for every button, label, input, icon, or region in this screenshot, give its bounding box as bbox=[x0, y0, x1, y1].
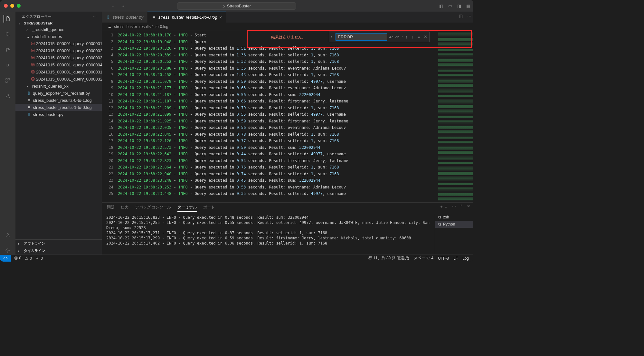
tree-item[interactable]: ⛁20241015_000001_query_0000004.sql bbox=[15, 61, 102, 68]
bottom-panel: 問題 出力 デバッグ コンソール ターミナル ポート ＋ ⌄ ⋯ ^ ✕ 202… bbox=[102, 202, 473, 255]
tree-item[interactable]: ⛁20241015_000001_query_0000003.sql bbox=[15, 54, 102, 61]
folder-header[interactable]: ⌄ STRESSBUSTER bbox=[15, 20, 102, 26]
panel-more-icon[interactable]: ⋯ bbox=[452, 204, 456, 209]
layout-secondary-icon[interactable]: ◨ bbox=[457, 4, 461, 8]
minimap[interactable] bbox=[438, 31, 473, 202]
tab-more-icon[interactable]: ⋯ bbox=[467, 14, 471, 18]
tab-label: stress_buster_results-1-to-0.log bbox=[158, 15, 217, 20]
status-eol[interactable]: LF bbox=[453, 256, 458, 261]
find-input[interactable] bbox=[336, 33, 387, 41]
find-expand-icon[interactable]: › bbox=[331, 34, 332, 39]
chevron-down-icon: ⌄ bbox=[18, 21, 23, 25]
regex-icon[interactable]: .* bbox=[401, 35, 403, 39]
tree-item[interactable]: 𓆙query_exporter_for_redshift.py bbox=[15, 90, 102, 97]
status-ports[interactable]: ᯤ 0 bbox=[36, 256, 43, 261]
status-position[interactable]: 行 11、列 89 (3 個選択) bbox=[368, 255, 409, 261]
svg-rect-5 bbox=[8, 79, 10, 80]
tree-item[interactable]: 𓆙stress_buster.py bbox=[15, 111, 102, 118]
tree-item[interactable]: ⛁20241015_000001_query_0000002.sql bbox=[15, 47, 102, 54]
terminal-icon: ⧉ bbox=[438, 222, 441, 226]
activity-scm-icon[interactable] bbox=[4, 46, 12, 53]
activity-explorer-icon[interactable] bbox=[4, 15, 11, 23]
command-center[interactable]: ⌕ StressBuster bbox=[177, 2, 296, 10]
chevron-down-icon: ⌄ bbox=[26, 34, 31, 39]
tree-item-label: 20241015_000001_query_0000003.sql bbox=[36, 55, 102, 60]
timeline-section[interactable]: ›タイムライン bbox=[15, 247, 102, 255]
tree-item-label: _redshift_queries bbox=[32, 27, 64, 32]
activity-testing-icon[interactable] bbox=[4, 92, 12, 100]
editor-tab[interactable]: 𓆙stress_buster.py bbox=[102, 12, 147, 23]
status-errors[interactable]: ⓧ 0 bbox=[14, 255, 21, 261]
status-warnings[interactable]: ⚠ 0 bbox=[25, 256, 32, 261]
chevron-right-icon: › bbox=[26, 27, 31, 32]
sidebar-more-icon[interactable]: ⋯ bbox=[93, 14, 97, 19]
tree-item[interactable]: ≡stress_buster_results-1-to-0.log bbox=[15, 104, 102, 111]
tree-item[interactable]: ⛁20241015_000001_query_0000001.sql bbox=[15, 40, 102, 47]
find-prev-icon[interactable]: ↑ bbox=[405, 34, 408, 39]
match-word-icon[interactable]: ab bbox=[395, 35, 399, 39]
activity-settings-icon[interactable] bbox=[4, 247, 12, 255]
status-encoding[interactable]: UTF-8 bbox=[438, 256, 449, 261]
close-tab-icon[interactable]: × bbox=[219, 15, 222, 20]
svg-point-1 bbox=[6, 48, 7, 49]
status-language[interactable]: Log bbox=[462, 256, 469, 261]
new-terminal-icon[interactable]: ＋ ⌄ bbox=[440, 204, 448, 209]
nav-back-icon[interactable]: ← bbox=[111, 4, 115, 8]
tree-item[interactable]: ›redshift_queries_xx bbox=[15, 82, 102, 90]
tree-item-label: stress_buster.py bbox=[33, 112, 63, 117]
file-tree: ›_redshift_queries⌄redshift_queries⛁2024… bbox=[15, 26, 102, 239]
find-next-icon[interactable]: ↓ bbox=[412, 34, 414, 39]
find-filter-icon[interactable]: ≡ bbox=[417, 34, 420, 39]
tree-item-label: redshift_queries bbox=[32, 34, 62, 39]
nav-forward-icon[interactable]: → bbox=[121, 4, 125, 8]
outline-section[interactable]: ›アウトライン bbox=[15, 240, 102, 247]
layout-primary-icon[interactable]: ◧ bbox=[439, 4, 443, 8]
tree-item[interactable]: ≡stress_buster_results-0-to-1.log bbox=[15, 97, 102, 104]
panel-tab-problems[interactable]: 問題 bbox=[107, 205, 115, 212]
svg-point-7 bbox=[7, 234, 8, 235]
svg-rect-4 bbox=[6, 79, 7, 80]
activity-debug-icon[interactable] bbox=[4, 61, 12, 69]
breadcrumb[interactable]: ≡ stress_buster_results-1-to-0.log bbox=[102, 23, 473, 31]
maximize-window[interactable] bbox=[17, 4, 21, 8]
svg-point-2 bbox=[6, 51, 7, 52]
panel-maximize-icon[interactable]: ^ bbox=[460, 204, 462, 209]
chevron-right-icon: › bbox=[26, 84, 31, 89]
tree-item[interactable]: ›_redshift_queries bbox=[15, 26, 102, 33]
activity-account-icon[interactable] bbox=[4, 231, 12, 239]
layout-panel-icon[interactable]: ▭ bbox=[448, 4, 452, 8]
terminal-shell-item[interactable]: ⧉Python bbox=[435, 221, 473, 228]
close-window[interactable] bbox=[4, 4, 8, 8]
tree-item-label: stress_buster_results-1-to-0.log bbox=[33, 105, 92, 110]
find-close-icon[interactable]: ✕ bbox=[424, 34, 427, 39]
activity-search-icon[interactable] bbox=[4, 30, 12, 38]
status-spaces[interactable]: スペース: 4 bbox=[414, 255, 433, 261]
tree-item-label: 20241015_000001_query_0000032.sql bbox=[36, 77, 102, 82]
tree-item[interactable]: ⌄redshift_queries bbox=[15, 33, 102, 40]
tree-item[interactable]: ⛁20241015_000001_query_0000032.sql bbox=[15, 75, 102, 82]
panel-tab-ports[interactable]: ポート bbox=[203, 205, 215, 212]
status-bar: ⓧ 0 ⚠ 0 ᯤ 0 行 11、列 89 (3 個選択) スペース: 4 UT… bbox=[0, 255, 473, 262]
panel-close-icon[interactable]: ✕ bbox=[467, 204, 470, 209]
activity-extensions-icon[interactable] bbox=[4, 77, 12, 84]
editor-tab[interactable]: ≡stress_buster_results-1-to-0.log× bbox=[147, 12, 226, 23]
remote-button[interactable] bbox=[0, 255, 11, 262]
svg-rect-6 bbox=[6, 81, 7, 82]
terminal-output[interactable]: 2024-10-22 20:15:16,823 - INFO - Query e… bbox=[102, 214, 435, 255]
split-editor-icon[interactable]: ◫ bbox=[459, 14, 463, 18]
tab-label: stress_buster.py bbox=[113, 15, 143, 20]
tree-item[interactable]: ⛁20241015_000001_query_0000031.sql bbox=[15, 68, 102, 75]
panel-tab-debug[interactable]: デバッグ コンソール bbox=[135, 205, 171, 212]
editor-content[interactable]: 2024-10-22 19:38:18,170 - INFO - Start20… bbox=[118, 31, 438, 202]
find-result-message: 結果はありません。 bbox=[271, 34, 306, 40]
tree-item-label: 20241015_000001_query_0000004.sql bbox=[36, 63, 102, 67]
terminal-shell-item[interactable]: ⧉zsh bbox=[435, 214, 473, 221]
file-icon: ≡ bbox=[107, 24, 112, 29]
minimize-window[interactable] bbox=[10, 4, 14, 8]
python-icon: 𓆙 bbox=[106, 14, 111, 20]
layout-customize-icon[interactable]: ▦ bbox=[466, 4, 470, 8]
database-icon: ⛁ bbox=[31, 76, 35, 82]
panel-tab-terminal[interactable]: ターミナル bbox=[177, 205, 197, 212]
panel-tab-output[interactable]: 出力 bbox=[121, 205, 129, 212]
match-case-icon[interactable]: Aa bbox=[389, 35, 393, 39]
